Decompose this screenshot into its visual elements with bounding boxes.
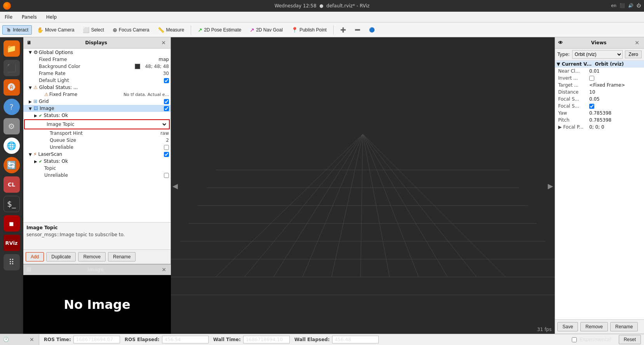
default-light-row[interactable]: Default Light [23,77,171,84]
taskbar-left [3,2,11,10]
fixed-frame-row[interactable]: Fixed Frame map [23,56,171,63]
time-close-button[interactable]: ✕ [28,336,36,343]
nav-goal-button[interactable]: ↗ 2D Nav Goal [246,25,286,35]
global-status-row[interactable]: ▼ ⚠ Global Status: ... [23,84,171,91]
global-status-ff-icon: ⚠ [44,92,49,97]
app-icon-update[interactable]: 🔄 [3,157,20,173]
interact-button[interactable]: 🖱 Interact [2,25,32,35]
displays-close-button[interactable]: ✕ [160,39,167,47]
publish-point-button[interactable]: 📍 Publish Point [288,25,330,35]
ros-time-label: ROS Time: [44,337,71,342]
app-icon-chrome[interactable]: 🌐 [3,138,20,154]
app-container: File Panels Help 🖱 Interact ✋ Move Camer… [0,12,644,345]
measure-button[interactable]: 📏 Measure [154,25,188,35]
global-status-ff-value: No tf data. Actual e... [120,92,169,97]
image-panel-header: 🖼 Image ✕ [23,265,171,275]
app-icon-terminal[interactable]: ⬛ [3,60,20,76]
near-clip-prop: Near Cl... 0.01 [555,68,644,75]
views-save-button[interactable]: Save [557,322,578,331]
rename-display-button[interactable]: Rename [108,252,136,261]
camera-button[interactable]: 🔵 [366,26,378,34]
image-topic-row[interactable]: Image Topic [24,119,170,129]
experimental-checkbox[interactable] [572,337,577,342]
views-close-button[interactable]: ✕ [633,39,641,47]
time-title: Time [10,337,23,342]
window-time: Wednesday 12:58 [275,3,317,9]
frame-rate-row[interactable]: Frame Rate 30 [23,70,171,77]
app-icon-files[interactable]: 📁 [3,40,20,57]
image-panel-close-button[interactable]: ✕ [160,266,168,274]
focal-s2-checkbox[interactable] [589,104,594,109]
pose-estimate-icon: ↗ [198,27,202,33]
add-button[interactable]: Add [26,252,44,261]
global-status-fixed-frame-row[interactable]: ⚠ Fixed Frame No tf data. Actual e... [23,91,171,98]
views-remove-button[interactable]: Remove [580,322,608,331]
reset-button[interactable]: Reset [619,335,641,344]
distance-prop: Distance 10 [555,89,644,96]
viewport[interactable]: ◀ ▶ 31 fps [171,37,555,334]
menu-file[interactable]: File [3,14,14,21]
duplicate-button[interactable]: Duplicate [46,252,76,261]
app-icon-ros[interactable]: ■ [3,215,20,232]
queue-size-row[interactable]: Queue Size 2 [23,137,171,144]
focal-p-label: ▶ Focal P... [558,124,589,130]
app-icon-appstore[interactable]: 🅐 [3,79,20,96]
app-icon-rviz[interactable]: RViz [3,235,20,251]
laserscan-status-row[interactable]: ▶ ✔ Status: Ok [23,158,171,165]
language-indicator[interactable]: en [611,3,616,8]
global-status-icon: ⚠ [33,85,38,90]
zoom-in-button[interactable]: ➕ [337,26,350,34]
app-icon-grid[interactable]: ⠿ [3,254,20,270]
default-light-checkbox[interactable] [164,78,169,83]
pose-estimate-button[interactable]: ↗ 2D Pose Estimate [194,25,245,35]
move-camera-button[interactable]: ✋ Move Camera [33,25,78,35]
interact-label: Interact [13,27,28,33]
app-icon-terminal2[interactable]: $_ [3,196,20,212]
viewport-grid [171,37,555,334]
displays-and-image: 🖥 Displays ✕ ▼ ⚙ Global Options Fixed Fr… [23,37,171,334]
reset-container: Reset [616,335,644,344]
grid-checkbox[interactable] [164,99,169,104]
image-checkbox[interactable] [164,106,169,111]
laserscan-checkbox[interactable] [164,152,169,157]
image-unreliable-row[interactable]: Unreliable [23,144,171,151]
app-icon-help[interactable]: ? [3,99,20,115]
laserscan-topic-row[interactable]: Topic [23,165,171,172]
viewport-arrow-left[interactable]: ◀ [172,181,178,190]
menu-panels[interactable]: Panels [20,14,38,21]
laserscan-unreliable-checkbox[interactable] [164,173,169,178]
focus-camera-button[interactable]: ⊕ Focus Camera [109,25,153,35]
image-unreliable-checkbox[interactable] [164,145,169,150]
image-topic-select[interactable] [107,121,168,128]
invert-checkbox[interactable] [589,76,594,81]
bg-color-row[interactable]: Background Color 48; 48; 48 [23,63,171,70]
displays-icon: 🖥 [26,40,31,45]
remove-display-button[interactable]: Remove [78,252,106,261]
app-icon-cl[interactable]: CL [3,176,20,193]
grid-row[interactable]: ▶ ⊞ Grid [23,98,171,105]
move-camera-label: Move Camera [45,27,74,33]
menu-help[interactable]: Help [45,14,58,21]
no-image-text: No Image [64,297,130,312]
image-panel: 🖼 Image ✕ No Image [23,264,171,334]
zoom-out-button[interactable]: ➖ [351,26,364,34]
image-row[interactable]: ▼ 🖼 Image [23,105,171,112]
laserscan-unreliable-row[interactable]: Unreliable [23,172,171,179]
current-view-header[interactable]: ▼ Current V... Orbit (rviz) [555,61,644,68]
ros-time-value: 1686718694.07 [73,336,120,343]
viewport-arrow-right[interactable]: ▶ [548,181,553,190]
displays-content[interactable]: ▼ ⚙ Global Options Fixed Frame map Backg… [23,49,171,222]
image-status-row[interactable]: ▶ ✔ Status: Ok [23,112,171,119]
views-type-select[interactable]: Orbit (rviz) [572,50,623,59]
toolbar-sep-2 [333,25,334,35]
select-button[interactable]: ⬜ Select [79,25,107,35]
global-options-row[interactable]: ▼ ⚙ Global Options [23,49,171,56]
app-icon-settings[interactable]: ⚙ [3,118,20,134]
views-zero-button[interactable]: Zero [625,51,642,58]
toolbar: 🖱 Interact ✋ Move Camera ⬜ Select ⊕ Focu… [0,23,644,37]
transport-hint-row[interactable]: Transport Hint raw [23,130,171,137]
firefox-icon[interactable] [3,2,11,10]
distance-value: 10 [589,89,595,95]
laserscan-row[interactable]: ▼ ⚡ LaserScan [23,151,171,158]
views-rename-button[interactable]: Rename [610,322,638,331]
